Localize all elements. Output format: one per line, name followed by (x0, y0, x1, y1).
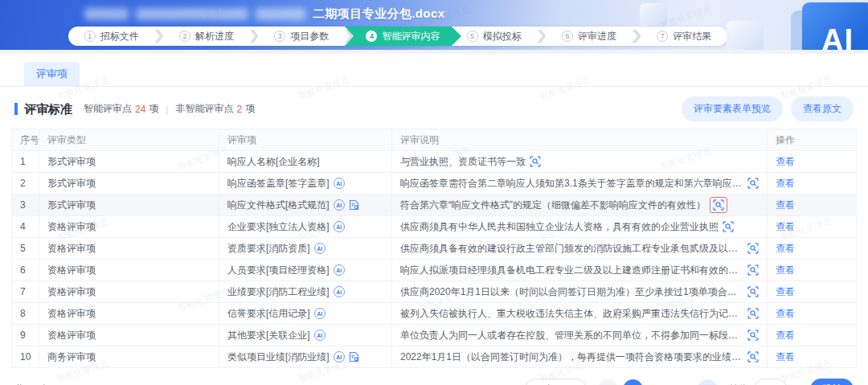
step-number: 7 (657, 31, 668, 42)
cell-type: 形式评审项 (39, 195, 219, 216)
cell-index: 7 (12, 281, 39, 303)
step-7-review-result[interactable]: 7 评审结果 (641, 27, 727, 46)
table-row: 1 形式评审项 响应人名称[企业名称] 与营业执照、资质证书等一致 (12, 151, 857, 173)
page-button-2[interactable]: 2 (648, 379, 668, 385)
step-number: 4 (366, 31, 377, 42)
review-item-label: 企业要求[独立法人资格] (227, 220, 330, 234)
table-row: 4 资格评审项 企业要求[独立法人资格] AI 供应商须具有中华人民共和国独立企… (12, 216, 857, 238)
scan-preview-icon[interactable] (747, 351, 759, 362)
scan-icon-highlight-box (747, 178, 759, 189)
scan-preview-icon[interactable] (747, 178, 759, 189)
view-link[interactable]: 查看 (776, 178, 795, 189)
scan-icon-highlight-box (747, 264, 759, 276)
col-header-index: 序号 (12, 129, 39, 151)
view-link[interactable]: 查看 (776, 221, 795, 232)
step-4-smart-review-content[interactable]: 4 智能评审内容 (345, 27, 461, 46)
step-5-mock-bidding[interactable]: 5 模拟投标 (451, 27, 537, 46)
scan-preview-icon[interactable] (747, 308, 759, 319)
smart-points-unit: 项 (149, 102, 158, 116)
cell-type: 形式评审项 (39, 151, 219, 173)
step-3-project-params[interactable]: 3 项目参数 (259, 27, 345, 46)
ai-badge-icon: AI (334, 199, 345, 211)
goto-page-input[interactable] (754, 379, 788, 385)
review-item-label: 其他要求[关联企业] (227, 329, 310, 342)
document-title: 二期项目专业分包.docx (84, 6, 444, 22)
table-row: 10 商务评审项 类似项目业绩[消防业绩] AI 2022年1月1日（以合同签订… (12, 346, 857, 368)
cell-index: 4 (12, 216, 39, 238)
scan-preview-icon[interactable] (723, 221, 734, 232)
cell-type: 资格评审项 (39, 303, 219, 325)
scan-icon-highlight-box (747, 351, 759, 362)
ai-badge-icon: AI (334, 221, 345, 232)
scan-preview-icon[interactable] (747, 330, 759, 341)
ai-badge-icon: AI (334, 351, 345, 362)
progress-stepper: 1 招标文件 2 解析进度 3 项目参数 4 智能评审内容 5 模拟投标 6 评… (68, 27, 727, 46)
scan-preview-icon[interactable] (713, 199, 724, 211)
view-link[interactable]: 查看 (776, 286, 795, 297)
step-number: 5 (467, 31, 478, 42)
cell-index: 9 (12, 325, 39, 346)
page-size-select[interactable]: 10条/页 (525, 379, 587, 385)
deco-cube (640, 3, 667, 27)
ai-badge-icon: AI (334, 286, 345, 297)
cell-index: 3 (12, 195, 39, 216)
scan-icon-highlight-box (530, 156, 541, 167)
redacted-text-block (256, 8, 305, 20)
cell-index: 10 (12, 346, 39, 368)
scan-preview-icon[interactable] (530, 156, 541, 167)
jump-button[interactable]: 跳转 (810, 379, 854, 385)
table-row: 5 资格评审项 资质要求[消防资质] AI 供应商须具备有效的建设行政主管部门颁… (12, 238, 857, 260)
table-row: 6 资格评审项 人员要求[项目经理资格] AI 响应人拟派项目经理须具备机电工程… (12, 260, 857, 281)
step-6-review-progress[interactable]: 6 评审进度 (546, 27, 632, 46)
col-header-desc: 评审说明 (392, 129, 768, 151)
page-button-3[interactable]: 3 (673, 379, 693, 385)
redacted-text-block (136, 8, 248, 20)
table-footer: 共 26 条 10条/页 ‹ 1 2 3 › 前往 页 跳转 (0, 368, 868, 385)
table-row: 8 资格评审项 信誉要求[信用记录] AI 被列入失信被执行人、重大税收违法失信… (12, 303, 857, 325)
view-link[interactable]: 查看 (776, 243, 795, 254)
step-number: 2 (179, 31, 190, 42)
review-point-counts: 智能评审点 24 项 | 非智能评审点 2 项 (84, 102, 255, 116)
cell-type: 资格评审项 (39, 281, 219, 303)
table-row: 3 形式评审项 响应文件格式[格式规范] AI 符合第六章“响应文件格式”的规定… (12, 195, 857, 216)
col-header-action: 操作 (768, 129, 857, 151)
section-header: 评审标准 智能评审点 24 项 | 非智能评审点 2 项 评审要素表单预览 查看… (0, 87, 868, 129)
cell-type: 商务评审项 (39, 346, 219, 368)
redacted-text-block (84, 8, 129, 20)
step-separator (154, 30, 163, 43)
view-link[interactable]: 查看 (776, 264, 795, 276)
tab-review-items[interactable]: 评审项 (24, 62, 80, 86)
document-title-text: 二期项目专业分包.docx (313, 6, 444, 22)
view-link[interactable]: 查看 (776, 308, 795, 319)
review-desc-text: 被列入失信被执行人、重大税收违法失信主体、政府采购严重违法失信行为记录名单的单位… (400, 307, 743, 321)
step-1-tender-file[interactable]: 1 招标文件 (68, 27, 154, 46)
document-search-icon[interactable] (349, 199, 359, 211)
prev-page-button[interactable]: ‹ (598, 379, 618, 385)
scan-preview-icon[interactable] (747, 286, 759, 297)
ai-badge-icon: AI (334, 264, 345, 276)
ai-badge-icon: AI (334, 178, 345, 189)
page-button-1[interactable]: 1 (623, 379, 643, 385)
scan-icon-highlight-box (747, 243, 759, 254)
cell-type: 形式评审项 (39, 173, 219, 195)
review-form-preview-button[interactable]: 评审要素表单预览 (682, 96, 783, 121)
view-original-button[interactable]: 查看原文 (791, 96, 854, 121)
step-label: 评审进度 (578, 30, 616, 43)
document-search-icon[interactable] (349, 351, 359, 362)
cell-type: 资格评审项 (39, 260, 219, 281)
scan-preview-icon[interactable] (747, 264, 759, 276)
step-2-parse-progress[interactable]: 2 解析进度 (163, 27, 249, 46)
scan-preview-icon[interactable] (747, 243, 759, 254)
review-item-label: 信誉要求[信用记录] (227, 307, 310, 321)
ai-cube-label: AI (821, 23, 854, 51)
view-link[interactable]: 查看 (776, 199, 795, 211)
review-item-label: 响应函签盖章[签字盖章] (227, 177, 330, 190)
next-page-button[interactable]: › (698, 379, 718, 385)
cell-index: 2 (12, 173, 39, 195)
view-link[interactable]: 查看 (776, 330, 795, 341)
section-title: 评审标准 (14, 103, 72, 115)
view-link[interactable]: 查看 (776, 156, 795, 167)
non-smart-points-count: 2 (236, 104, 242, 115)
view-link[interactable]: 查看 (776, 351, 795, 362)
review-item-label: 响应文件格式[格式规范] (227, 199, 330, 212)
